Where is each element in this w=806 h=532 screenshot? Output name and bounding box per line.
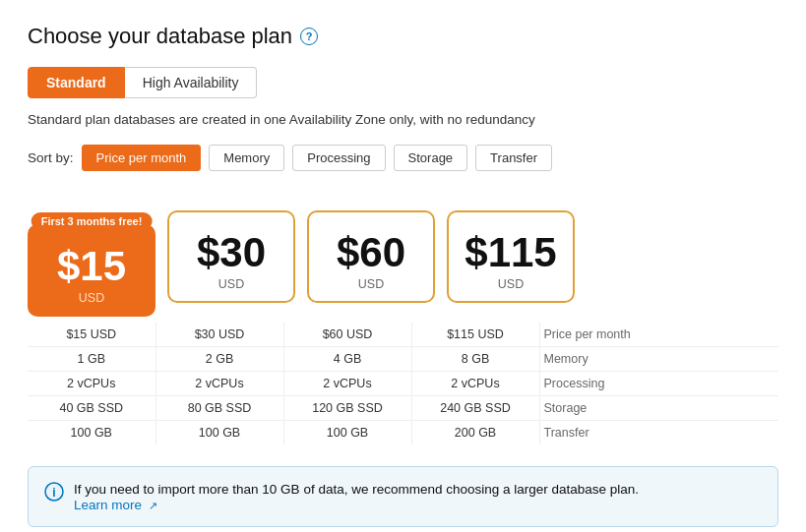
sort-transfer[interactable]: Transfer bbox=[475, 145, 552, 171]
label-transfer: Transfer bbox=[539, 421, 778, 445]
detail-memory-3: 4 GB bbox=[283, 347, 411, 372]
detail-transfer-2: 100 GB bbox=[155, 421, 283, 445]
label-price: Price per month bbox=[539, 323, 778, 347]
detail-proc-1: 2 vCPUs bbox=[28, 372, 155, 396]
detail-transfer-4: 200 GB bbox=[411, 421, 539, 445]
plan-card-15[interactable]: First 3 months free! $15 USD bbox=[28, 224, 155, 317]
detail-row-processing: 2 vCPUs 2 vCPUs 2 vCPUs 2 vCPUs Processi… bbox=[28, 372, 778, 396]
plan-description: Standard plan databases are created in o… bbox=[28, 112, 778, 127]
detail-price-4: $115 USD bbox=[411, 323, 539, 347]
sort-row: Sort by: Price per month Memory Processi… bbox=[28, 145, 778, 171]
plan-price-15: $15 bbox=[43, 244, 140, 289]
plan-price-60: $60 bbox=[323, 230, 419, 275]
tab-high-availability[interactable]: High Availability bbox=[125, 67, 258, 98]
detail-row-memory: 1 GB 2 GB 4 GB 8 GB Memory bbox=[28, 347, 778, 372]
detail-proc-3: 2 vCPUs bbox=[283, 372, 411, 396]
plan-currency-60: USD bbox=[323, 277, 419, 291]
page-header: Choose your database plan ? bbox=[28, 24, 778, 49]
plan-currency-15: USD bbox=[43, 291, 140, 305]
detail-proc-4: 2 vCPUs bbox=[411, 372, 539, 396]
help-icon[interactable]: ? bbox=[300, 28, 318, 45]
sort-memory[interactable]: Memory bbox=[209, 145, 284, 171]
detail-price-1: $15 USD bbox=[28, 323, 155, 347]
label-storage: Storage bbox=[539, 396, 778, 421]
detail-memory-1: 1 GB bbox=[28, 347, 155, 372]
sort-processing[interactable]: Processing bbox=[292, 145, 385, 171]
label-processing: Processing bbox=[539, 372, 778, 396]
page-title: Choose your database plan bbox=[28, 24, 292, 49]
detail-storage-3: 120 GB SSD bbox=[283, 396, 411, 421]
svg-text:i: i bbox=[52, 486, 55, 500]
detail-transfer-1: 100 GB bbox=[28, 421, 155, 445]
info-learn-more-text: Learn more bbox=[74, 498, 142, 512]
plan-currency-115: USD bbox=[463, 277, 559, 291]
label-memory: Memory bbox=[539, 347, 778, 372]
plan-currency-30: USD bbox=[183, 277, 279, 291]
info-learn-more-link[interactable]: Learn more ↗ bbox=[74, 498, 157, 512]
sort-storage[interactable]: Storage bbox=[394, 145, 468, 171]
plan-card-60[interactable]: $60 USD bbox=[307, 210, 435, 303]
info-icon: i bbox=[44, 482, 64, 506]
plan-price-115: $115 bbox=[463, 230, 559, 275]
detail-row-transfer: 100 GB 100 GB 100 GB 200 GB Transfer bbox=[28, 421, 778, 445]
details-table: $15 USD $30 USD $60 USD $115 USD Price p… bbox=[28, 323, 778, 444]
plan-card-30[interactable]: $30 USD bbox=[167, 210, 295, 303]
detail-transfer-3: 100 GB bbox=[283, 421, 411, 445]
detail-memory-4: 8 GB bbox=[411, 347, 539, 372]
detail-storage-4: 240 GB SSD bbox=[411, 396, 539, 421]
tab-standard[interactable]: Standard bbox=[28, 67, 125, 98]
info-content: If you need to import more than 10 GB of… bbox=[74, 481, 639, 512]
detail-row-storage: 40 GB SSD 80 GB SSD 120 GB SSD 240 GB SS… bbox=[28, 396, 778, 421]
detail-proc-2: 2 vCPUs bbox=[155, 372, 283, 396]
plan-card-115[interactable]: $115 USD bbox=[447, 210, 575, 303]
plan-type-tabs: Standard High Availability bbox=[28, 67, 778, 98]
detail-price-3: $60 USD bbox=[283, 323, 411, 347]
plan-price-30: $30 bbox=[183, 230, 279, 275]
detail-price-2: $30 USD bbox=[155, 323, 283, 347]
external-link-icon: ↗ bbox=[149, 500, 157, 511]
free-badge: First 3 months free! bbox=[31, 212, 153, 230]
detail-row-price: $15 USD $30 USD $60 USD $115 USD Price p… bbox=[28, 323, 778, 347]
detail-storage-1: 40 GB SSD bbox=[28, 396, 155, 421]
detail-memory-2: 2 GB bbox=[155, 347, 283, 372]
sort-price[interactable]: Price per month bbox=[82, 145, 202, 171]
info-box: i If you need to import more than 10 GB … bbox=[28, 466, 778, 527]
sort-label: Sort by: bbox=[28, 150, 74, 165]
detail-storage-2: 80 GB SSD bbox=[155, 396, 283, 421]
info-message: If you need to import more than 10 GB of… bbox=[74, 482, 639, 497]
